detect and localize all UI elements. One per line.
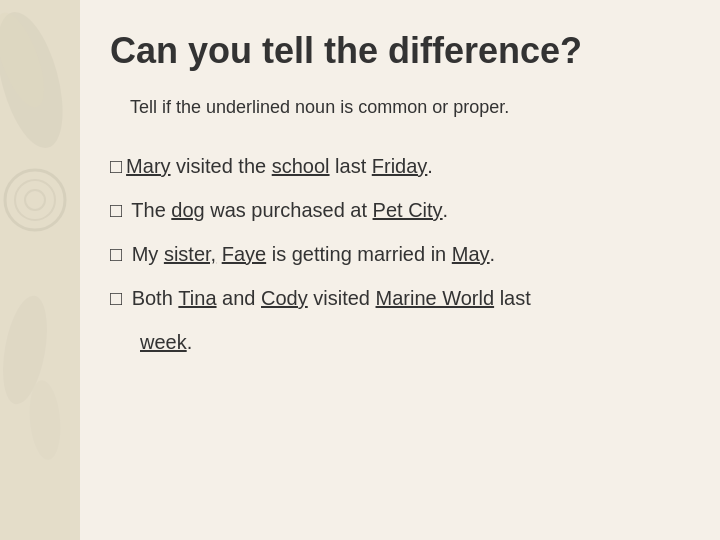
sentence-1: □ Mary visited the school last Friday.	[110, 148, 680, 184]
s4-text2: and	[217, 280, 261, 316]
leaf-svg	[0, 0, 80, 540]
s2-text2: was purchased at	[205, 192, 373, 228]
page-title: Can you tell the difference?	[110, 30, 680, 72]
word-school: school	[272, 148, 330, 184]
word-mary: Mary	[126, 148, 170, 184]
sentence-4: □ Both Tina and Cody visited Marine Worl…	[110, 280, 680, 316]
word-faye: Faye	[222, 236, 266, 272]
s3-text1: My	[126, 236, 164, 272]
word-week: week	[140, 331, 187, 353]
word-pet-city: Pet City	[373, 192, 443, 228]
bullet-2: □	[110, 192, 122, 228]
s3-text3: is getting married in	[266, 236, 452, 272]
sentence-2: □ The dog was purchased at Pet City.	[110, 192, 680, 228]
s4-text3: visited	[308, 280, 376, 316]
word-cody: Cody	[261, 280, 308, 316]
word-friday: Friday	[372, 148, 428, 184]
sentences-container: □ Mary visited the school last Friday. □…	[110, 148, 680, 360]
s4-text1: Both	[126, 280, 178, 316]
s4-text4: last	[494, 280, 531, 316]
decorative-panel	[0, 0, 80, 540]
subtitle-text: Tell if the underlined noun is common or…	[130, 97, 680, 118]
word-may: May	[452, 236, 490, 272]
s1-text3: .	[427, 148, 433, 184]
s3-text4: .	[490, 236, 496, 272]
word-sister: sister,	[164, 236, 216, 272]
word-tina: Tina	[178, 280, 216, 316]
sentence-3: □ My sister, Faye is getting married in …	[110, 236, 680, 272]
s4-period: .	[187, 331, 193, 353]
word-marine-world: Marine World	[376, 280, 495, 316]
bullet-3: □	[110, 236, 122, 272]
content-area: Can you tell the difference? Tell if the…	[80, 0, 720, 540]
bullet-1: □	[110, 148, 122, 184]
s1-text2: last	[330, 148, 372, 184]
bullet-4: □	[110, 280, 122, 316]
s1-text1: visited the	[171, 148, 272, 184]
word-dog: dog	[171, 192, 204, 228]
s2-text3: .	[443, 192, 449, 228]
s2-text1: The	[126, 192, 171, 228]
sentence-4-continuation: week.	[140, 324, 680, 360]
